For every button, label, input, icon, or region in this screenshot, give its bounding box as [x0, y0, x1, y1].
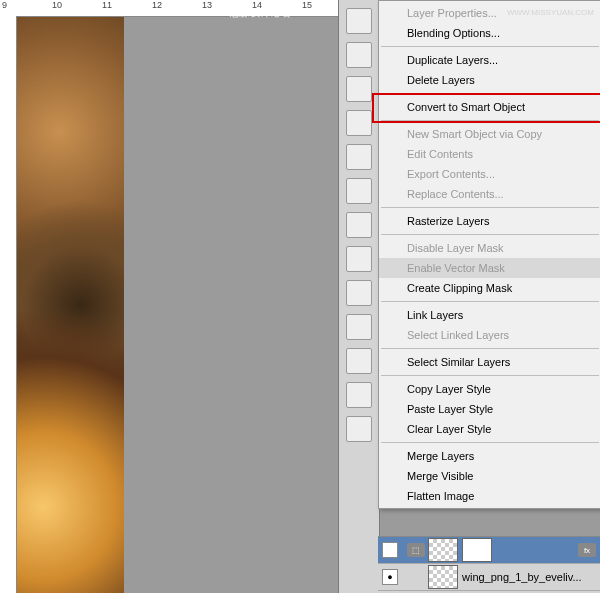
panel-icon[interactable] [346, 382, 372, 408]
menu-item[interactable]: Copy Layer Style [379, 379, 600, 399]
link-icon[interactable]: ⬚ [407, 543, 425, 557]
menu-item[interactable]: Create Clipping Mask [379, 278, 600, 298]
layer-mask-thumbnail[interactable] [462, 538, 492, 562]
layers-panel[interactable]: ● ⬚ fx ● wing_png_1_by_eveliv... [378, 536, 600, 593]
menu-item[interactable]: Rasterize Layers [379, 211, 600, 231]
panel-icon[interactable] [346, 42, 372, 68]
panel-icon[interactable] [346, 76, 372, 102]
panel-icon[interactable] [346, 178, 372, 204]
panel-icon[interactable] [346, 8, 372, 34]
fx-badge[interactable]: fx [578, 543, 596, 557]
menu-item[interactable]: Flatten Image [379, 486, 600, 506]
panel-icon[interactable] [346, 246, 372, 272]
panel-icon[interactable] [346, 314, 372, 340]
menu-item[interactable]: Convert to Smart Object [379, 97, 600, 117]
panel-icon[interactable] [346, 416, 372, 442]
menu-item[interactable]: Delete Layers [379, 70, 600, 90]
watermark-text: 思缘设计论坛 [230, 6, 290, 20]
menu-item[interactable]: Merge Layers [379, 446, 600, 466]
menu-item: Export Contents... [379, 164, 600, 184]
layer-row[interactable]: ● ⬚ fx [378, 537, 600, 564]
menu-item[interactable]: Link Layers [379, 305, 600, 325]
menu-item[interactable]: Clear Layer Style [379, 419, 600, 439]
vertical-ruler [0, 16, 17, 593]
collapsed-panel-dock[interactable] [338, 0, 380, 593]
layer-thumbnail[interactable] [428, 565, 458, 589]
document-canvas[interactable] [16, 16, 338, 593]
menu-item: New Smart Object via Copy [379, 124, 600, 144]
panel-icon[interactable] [346, 348, 372, 374]
menu-item: Enable Vector Mask [379, 258, 600, 278]
visibility-icon[interactable]: ● [382, 542, 398, 558]
layer-context-menu: Layer Properties...Blending Options...Du… [378, 0, 600, 509]
panel-icon[interactable] [346, 280, 372, 306]
visibility-icon[interactable]: ● [382, 569, 398, 585]
watermark-url: WWW.MISSYUAN.COM [507, 8, 594, 17]
menu-item[interactable]: Duplicate Layers... [379, 50, 600, 70]
menu-item[interactable]: Select Similar Layers [379, 352, 600, 372]
layer-row[interactable]: ● wing_png_1_by_eveliv... [378, 564, 600, 591]
menu-item: Disable Layer Mask [379, 238, 600, 258]
menu-item[interactable]: Paste Layer Style [379, 399, 600, 419]
panel-icon[interactable] [346, 144, 372, 170]
menu-item[interactable]: Blending Options... [379, 23, 600, 43]
menu-item: Edit Contents [379, 144, 600, 164]
menu-item: Replace Contents... [379, 184, 600, 204]
panel-icon[interactable] [346, 212, 372, 238]
layer-name[interactable]: wing_png_1_by_eveliv... [462, 571, 582, 583]
menu-item: Select Linked Layers [379, 325, 600, 345]
canvas-image [16, 16, 124, 593]
layer-thumbnail[interactable] [428, 538, 458, 562]
menu-item[interactable]: Merge Visible [379, 466, 600, 486]
panel-icon[interactable] [346, 110, 372, 136]
